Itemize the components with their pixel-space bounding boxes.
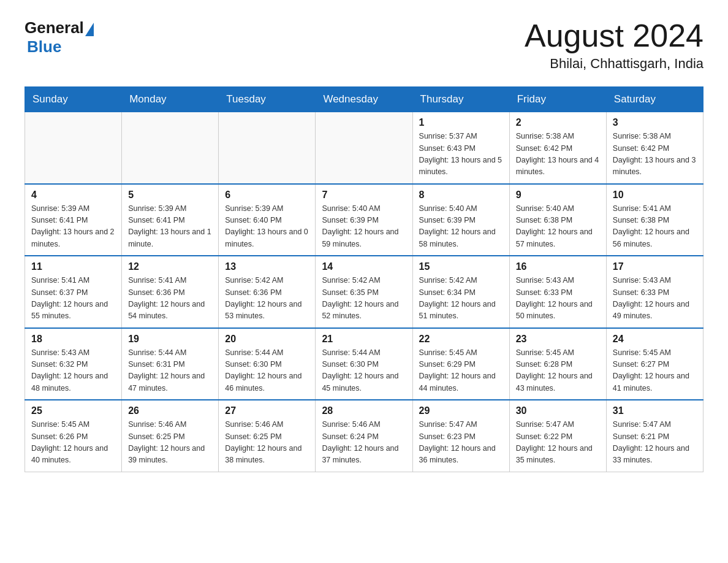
calendar-cell: 4Sunrise: 5:39 AMSunset: 6:41 PMDaylight… xyxy=(25,184,122,256)
calendar-cell: 25Sunrise: 5:45 AMSunset: 6:26 PMDayligh… xyxy=(25,400,122,472)
calendar-cell: 21Sunrise: 5:44 AMSunset: 6:30 PMDayligh… xyxy=(316,328,412,400)
day-info: Sunrise: 5:39 AMSunset: 6:40 PMDaylight:… xyxy=(225,203,309,251)
day-info: Sunrise: 5:47 AMSunset: 6:21 PMDaylight:… xyxy=(613,419,697,467)
day-number: 18 xyxy=(31,334,115,345)
day-info: Sunrise: 5:43 AMSunset: 6:32 PMDaylight:… xyxy=(31,347,115,395)
calendar-cell: 7Sunrise: 5:40 AMSunset: 6:39 PMDaylight… xyxy=(316,184,412,256)
day-info: Sunrise: 5:41 AMSunset: 6:36 PMDaylight:… xyxy=(128,275,212,323)
calendar-cell xyxy=(122,112,219,184)
calendar-cell: 1Sunrise: 5:37 AMSunset: 6:43 PMDaylight… xyxy=(412,112,509,184)
day-info: Sunrise: 5:43 AMSunset: 6:33 PMDaylight:… xyxy=(613,275,697,323)
day-info: Sunrise: 5:40 AMSunset: 6:38 PMDaylight:… xyxy=(516,203,600,251)
day-number: 5 xyxy=(128,190,212,201)
day-info: Sunrise: 5:45 AMSunset: 6:27 PMDaylight:… xyxy=(613,347,697,395)
calendar-cell: 14Sunrise: 5:42 AMSunset: 6:35 PMDayligh… xyxy=(316,256,412,328)
calendar-cell: 15Sunrise: 5:42 AMSunset: 6:34 PMDayligh… xyxy=(412,256,509,328)
day-number: 29 xyxy=(419,405,503,416)
day-number: 1 xyxy=(419,117,503,128)
calendar-cell: 27Sunrise: 5:46 AMSunset: 6:25 PMDayligh… xyxy=(219,400,316,472)
logo-general-text: General xyxy=(25,18,84,37)
day-number: 13 xyxy=(225,261,309,272)
day-number: 28 xyxy=(322,405,406,416)
day-number: 31 xyxy=(613,405,697,416)
day-info: Sunrise: 5:41 AMSunset: 6:38 PMDaylight:… xyxy=(613,203,697,251)
title-section: August 2024 Bhilai, Chhattisgarh, India xyxy=(525,18,703,72)
calendar-cell: 5Sunrise: 5:39 AMSunset: 6:41 PMDaylight… xyxy=(122,184,219,256)
calendar-week-row: 1Sunrise: 5:37 AMSunset: 6:43 PMDaylight… xyxy=(25,112,703,184)
day-info: Sunrise: 5:46 AMSunset: 6:25 PMDaylight:… xyxy=(225,419,309,467)
calendar-day-header: Tuesday xyxy=(219,87,316,112)
month-title: August 2024 xyxy=(525,18,703,53)
day-number: 20 xyxy=(225,334,309,345)
day-number: 4 xyxy=(31,190,115,201)
calendar-cell: 17Sunrise: 5:43 AMSunset: 6:33 PMDayligh… xyxy=(606,256,703,328)
calendar-cell: 31Sunrise: 5:47 AMSunset: 6:21 PMDayligh… xyxy=(606,400,703,472)
day-number: 23 xyxy=(516,334,600,345)
day-number: 30 xyxy=(516,405,600,416)
day-info: Sunrise: 5:38 AMSunset: 6:42 PMDaylight:… xyxy=(516,131,600,178)
calendar-day-header: Sunday xyxy=(25,87,122,112)
calendar-cell: 24Sunrise: 5:45 AMSunset: 6:27 PMDayligh… xyxy=(606,328,703,400)
calendar-cell: 11Sunrise: 5:41 AMSunset: 6:37 PMDayligh… xyxy=(25,256,122,328)
calendar-week-row: 25Sunrise: 5:45 AMSunset: 6:26 PMDayligh… xyxy=(25,400,703,472)
day-info: Sunrise: 5:44 AMSunset: 6:30 PMDaylight:… xyxy=(322,347,406,395)
day-info: Sunrise: 5:39 AMSunset: 6:41 PMDaylight:… xyxy=(31,203,115,251)
day-number: 15 xyxy=(419,261,503,272)
calendar-cell xyxy=(316,112,412,184)
calendar-cell: 30Sunrise: 5:47 AMSunset: 6:22 PMDayligh… xyxy=(509,400,606,472)
calendar-cell: 29Sunrise: 5:47 AMSunset: 6:23 PMDayligh… xyxy=(412,400,509,472)
day-info: Sunrise: 5:44 AMSunset: 6:31 PMDaylight:… xyxy=(128,347,212,395)
day-number: 3 xyxy=(613,117,697,128)
calendar-week-row: 18Sunrise: 5:43 AMSunset: 6:32 PMDayligh… xyxy=(25,328,703,400)
calendar-week-row: 11Sunrise: 5:41 AMSunset: 6:37 PMDayligh… xyxy=(25,256,703,328)
calendar-cell: 26Sunrise: 5:46 AMSunset: 6:25 PMDayligh… xyxy=(122,400,219,472)
day-info: Sunrise: 5:44 AMSunset: 6:30 PMDaylight:… xyxy=(225,347,309,395)
day-number: 12 xyxy=(128,261,212,272)
calendar-cell: 19Sunrise: 5:44 AMSunset: 6:31 PMDayligh… xyxy=(122,328,219,400)
day-info: Sunrise: 5:39 AMSunset: 6:41 PMDaylight:… xyxy=(128,203,212,251)
day-number: 11 xyxy=(31,261,115,272)
day-info: Sunrise: 5:45 AMSunset: 6:28 PMDaylight:… xyxy=(516,347,600,395)
calendar-cell: 18Sunrise: 5:43 AMSunset: 6:32 PMDayligh… xyxy=(25,328,122,400)
day-number: 10 xyxy=(613,190,697,201)
logo-blue-text: Blue xyxy=(27,37,61,56)
day-info: Sunrise: 5:47 AMSunset: 6:23 PMDaylight:… xyxy=(419,419,503,467)
day-info: Sunrise: 5:40 AMSunset: 6:39 PMDaylight:… xyxy=(419,203,503,251)
calendar-cell: 13Sunrise: 5:42 AMSunset: 6:36 PMDayligh… xyxy=(219,256,316,328)
day-info: Sunrise: 5:37 AMSunset: 6:43 PMDaylight:… xyxy=(419,131,503,178)
day-number: 25 xyxy=(31,405,115,416)
calendar-day-header: Friday xyxy=(509,87,606,112)
day-number: 21 xyxy=(322,334,406,345)
calendar-header-row: SundayMondayTuesdayWednesdayThursdayFrid… xyxy=(25,87,703,112)
calendar-table: SundayMondayTuesdayWednesdayThursdayFrid… xyxy=(25,86,703,472)
day-info: Sunrise: 5:46 AMSunset: 6:25 PMDaylight:… xyxy=(128,419,212,467)
calendar-cell xyxy=(219,112,316,184)
day-number: 22 xyxy=(419,334,503,345)
calendar-cell: 22Sunrise: 5:45 AMSunset: 6:29 PMDayligh… xyxy=(412,328,509,400)
calendar-cell: 16Sunrise: 5:43 AMSunset: 6:33 PMDayligh… xyxy=(509,256,606,328)
logo-triangle-icon xyxy=(85,23,94,36)
logo: General Blue xyxy=(25,18,95,56)
day-info: Sunrise: 5:42 AMSunset: 6:35 PMDaylight:… xyxy=(322,275,406,323)
calendar-cell: 6Sunrise: 5:39 AMSunset: 6:40 PMDaylight… xyxy=(219,184,316,256)
day-number: 9 xyxy=(516,190,600,201)
calendar-cell: 2Sunrise: 5:38 AMSunset: 6:42 PMDaylight… xyxy=(509,112,606,184)
calendar-day-header: Monday xyxy=(122,87,219,112)
day-number: 2 xyxy=(516,117,600,128)
day-info: Sunrise: 5:38 AMSunset: 6:42 PMDaylight:… xyxy=(613,131,697,178)
calendar-week-row: 4Sunrise: 5:39 AMSunset: 6:41 PMDaylight… xyxy=(25,184,703,256)
calendar-day-header: Wednesday xyxy=(316,87,412,112)
day-info: Sunrise: 5:45 AMSunset: 6:26 PMDaylight:… xyxy=(31,419,115,467)
day-number: 6 xyxy=(225,190,309,201)
calendar-cell: 23Sunrise: 5:45 AMSunset: 6:28 PMDayligh… xyxy=(509,328,606,400)
day-info: Sunrise: 5:45 AMSunset: 6:29 PMDaylight:… xyxy=(419,347,503,395)
calendar-day-header: Saturday xyxy=(606,87,703,112)
day-number: 26 xyxy=(128,405,212,416)
day-info: Sunrise: 5:41 AMSunset: 6:37 PMDaylight:… xyxy=(31,275,115,323)
calendar-cell: 3Sunrise: 5:38 AMSunset: 6:42 PMDaylight… xyxy=(606,112,703,184)
day-info: Sunrise: 5:46 AMSunset: 6:24 PMDaylight:… xyxy=(322,419,406,467)
page-header: General Blue August 2024 Bhilai, Chhatti… xyxy=(25,18,703,72)
day-number: 14 xyxy=(322,261,406,272)
day-number: 17 xyxy=(613,261,697,272)
calendar-cell: 8Sunrise: 5:40 AMSunset: 6:39 PMDaylight… xyxy=(412,184,509,256)
